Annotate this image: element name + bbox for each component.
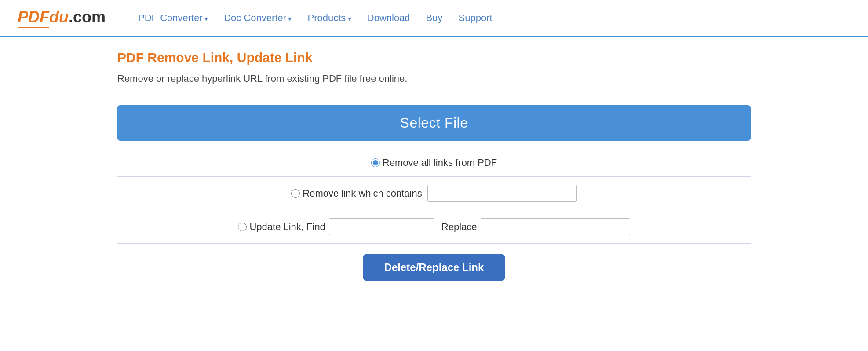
nav-item-doc-converter[interactable]: Doc Converter xyxy=(218,10,298,26)
select-file-section: Select File xyxy=(117,97,751,149)
remove-contains-label[interactable]: Remove link which contains xyxy=(291,188,422,199)
update-link-label[interactable]: Update Link, Find xyxy=(238,221,325,233)
remove-all-radio[interactable] xyxy=(371,158,380,167)
logo-pdf: PDF xyxy=(18,8,49,28)
remove-all-label[interactable]: Remove all links from PDF xyxy=(371,157,497,168)
update-link-find-input[interactable] xyxy=(329,218,434,235)
logo-com: .com xyxy=(69,8,106,26)
remove-contains-input[interactable] xyxy=(427,185,577,202)
nav-item-buy[interactable]: Buy xyxy=(420,10,449,26)
delete-replace-button[interactable]: Delete/Replace Link xyxy=(363,254,505,281)
remove-all-text: Remove all links from PDF xyxy=(383,157,497,168)
select-file-button[interactable]: Select File xyxy=(117,105,751,141)
nav-item-pdf-converter[interactable]: PDF Converter xyxy=(132,10,214,26)
update-link-replace-input[interactable] xyxy=(481,218,630,235)
remove-contains-text: Remove link which contains xyxy=(303,188,422,199)
page-title: PDF Remove Link, Update Link xyxy=(117,50,751,65)
main-nav: PDF Converter Doc Converter Products Dow… xyxy=(132,10,850,26)
nav-item-download[interactable]: Download xyxy=(361,10,416,26)
update-link-option-row: Update Link, Find Replace xyxy=(117,210,751,244)
main-content: PDF Remove Link, Update Link Remove or r… xyxy=(95,37,773,304)
remove-all-option-row: Remove all links from PDF xyxy=(117,149,751,177)
remove-contains-option-row: Remove link which contains xyxy=(117,177,751,210)
update-link-radio[interactable] xyxy=(238,223,247,231)
page-description: Remove or replace hyperlink URL from exi… xyxy=(117,73,751,84)
replace-label: Replace xyxy=(441,221,477,233)
header: PDFdu.com PDF Converter Doc Converter Pr… xyxy=(0,0,868,37)
logo-du: du xyxy=(49,8,69,26)
action-row: Delete/Replace Link xyxy=(117,244,751,291)
nav-item-support[interactable]: Support xyxy=(452,10,499,26)
logo[interactable]: PDFdu.com xyxy=(18,8,106,28)
remove-contains-radio[interactable] xyxy=(291,189,300,198)
update-link-text: Update Link, Find xyxy=(249,221,325,233)
nav-item-products[interactable]: Products xyxy=(301,10,357,26)
